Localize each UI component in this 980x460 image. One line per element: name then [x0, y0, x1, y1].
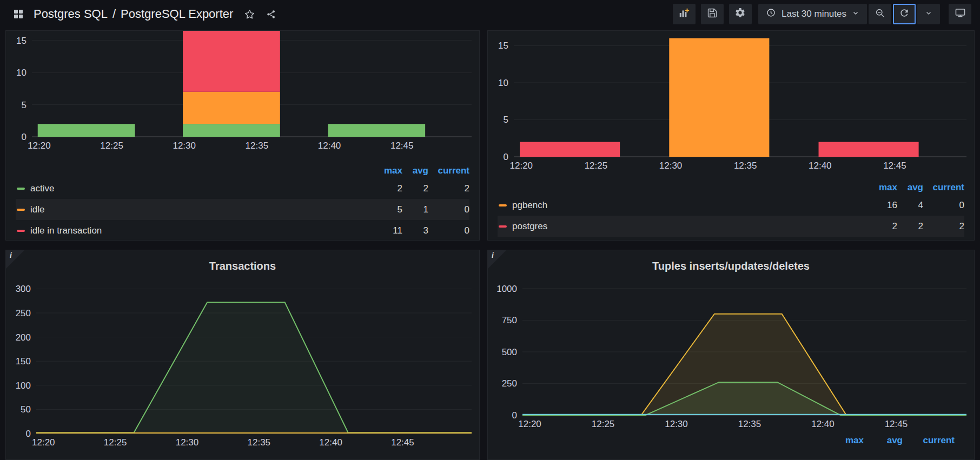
info-icon: i	[492, 251, 494, 259]
y-tick-label: 0	[26, 429, 31, 439]
x-tick-label: 12:45	[391, 437, 414, 448]
legend-series-label[interactable]: pgbench	[498, 200, 863, 211]
x-tick-label: 12:25	[585, 161, 608, 171]
zoom-out-button[interactable]	[869, 4, 891, 24]
time-range-label: Last 30 minutes	[782, 9, 846, 19]
share-icon[interactable]	[261, 4, 281, 24]
x-tick-label: 12:25	[100, 141, 123, 151]
panel-info-corner[interactable]: i	[6, 250, 24, 269]
legend-row: pgbench1640	[498, 195, 964, 216]
navbar-left: Postgres SQL / PostgreSQL Exporter	[9, 4, 281, 24]
x-tick-label: 12:45	[885, 419, 908, 429]
legend-row: postgres222	[498, 216, 964, 237]
bar-segment[interactable]	[183, 31, 280, 92]
breadcrumb-folder[interactable]: Postgres SQL	[34, 7, 108, 21]
bar-segment[interactable]	[183, 92, 280, 124]
save-icon	[707, 8, 718, 21]
panel-header: Tuples inserts/updates/deletes	[488, 250, 974, 282]
y-tick-label: 50	[21, 404, 31, 415]
x-tick-label: 12:35	[734, 161, 757, 171]
legend-value: 11	[368, 225, 402, 236]
x-tick-label: 12:30	[665, 419, 688, 429]
panel-title[interactable]: Transactions	[209, 260, 276, 272]
bar-segment[interactable]	[38, 124, 135, 137]
bar-segment[interactable]	[520, 142, 620, 157]
dashboards-grid-icon[interactable]	[9, 4, 28, 24]
legend-series-label[interactable]: postgres	[498, 221, 863, 232]
legend-value: 2	[368, 183, 402, 194]
stacked-bar-chart[interactable]: 05101512:2012:2512:3012:3512:4012:45	[6, 31, 479, 152]
y-tick-label: 0	[22, 132, 27, 142]
dashboard-settings-button[interactable]	[729, 4, 752, 24]
y-tick-label: 300	[16, 284, 31, 294]
legend-col-avg[interactable]: avg	[402, 165, 428, 176]
legend-col-max[interactable]: max	[368, 165, 402, 176]
y-tick-label: 500	[502, 347, 517, 357]
bar-segment[interactable]	[819, 142, 919, 157]
legend-series-label[interactable]: idle in transaction	[16, 225, 368, 236]
add-panel-button[interactable]	[673, 4, 696, 24]
line-chart[interactable]: 05010015020025030012:2012:2512:3012:3512…	[6, 282, 479, 449]
legend-col-current[interactable]: current	[428, 165, 469, 176]
line-chart[interactable]: 0250500750100012:2012:2512:3012:3512:401…	[488, 282, 974, 430]
refresh-icon	[899, 8, 910, 21]
legend-value: 5	[368, 204, 402, 215]
panel-info-corner[interactable]: i	[488, 250, 506, 269]
legend-swatch-icon	[17, 209, 25, 211]
panel-title[interactable]: Tuples inserts/updates/deletes	[652, 260, 810, 272]
legend-table: maxavgcurrentactive222idle510idle in tra…	[6, 164, 479, 241]
x-tick-label: 12:30	[173, 141, 196, 151]
legend-row: active222	[16, 178, 469, 199]
bar-chart[interactable]: 05101512:2012:2512:3012:3512:4012:45	[488, 31, 974, 172]
clock-icon	[766, 8, 776, 21]
legend-series-label[interactable]: idle	[16, 204, 368, 215]
y-tick-label: 0	[512, 410, 517, 421]
x-tick-label: 12:45	[883, 161, 906, 171]
legend-col-avg[interactable]: avg	[897, 182, 923, 193]
refresh-button[interactable]	[893, 4, 916, 24]
y-tick-label: 150	[16, 356, 31, 366]
time-controls-group: Last 30 minutes	[758, 4, 940, 24]
legend-col-current[interactable]: current	[903, 435, 955, 446]
breadcrumb-dashboard[interactable]: PostgreSQL Exporter	[121, 7, 233, 21]
star-icon[interactable]	[240, 4, 259, 24]
legend-header-row: maxavgcurrent	[16, 164, 469, 178]
y-tick-label: 5	[22, 100, 27, 110]
legend-col-avg[interactable]: avg	[864, 435, 903, 446]
chevron-down-icon	[852, 9, 859, 19]
y-tick-label: 15	[16, 36, 27, 46]
y-tick-label: 250	[502, 378, 517, 389]
refresh-interval-dropdown[interactable]	[917, 4, 940, 24]
grafana-dashboard: Postgres SQL / PostgreSQL Exporter	[0, 0, 980, 460]
panel-transactions: i Transactions 05010015020025030012:2012…	[5, 250, 480, 460]
x-tick-label: 12:40	[318, 141, 341, 151]
y-tick-label: 0	[504, 152, 508, 162]
x-tick-label: 12:30	[176, 437, 199, 448]
cycle-view-mode-button[interactable]	[949, 4, 971, 24]
bar-segment[interactable]	[669, 38, 769, 157]
time-range-picker[interactable]: Last 30 minutes	[758, 4, 867, 24]
bar-segment[interactable]	[183, 124, 280, 137]
x-tick-label: 12:30	[659, 161, 683, 171]
navbar: Postgres SQL / PostgreSQL Exporter	[0, 0, 980, 28]
settings-icon	[734, 7, 746, 21]
x-tick-label: 12:40	[809, 161, 832, 171]
series-area	[522, 382, 966, 415]
y-tick-label: 1000	[496, 284, 517, 294]
dashboard-breadcrumb[interactable]: Postgres SQL / PostgreSQL Exporter	[34, 7, 233, 21]
legend-row: idle510	[16, 199, 469, 220]
legend-row: idle in transaction1130	[16, 220, 469, 241]
y-tick-label: 200	[16, 332, 31, 343]
legend-col-current[interactable]: current	[923, 182, 964, 193]
y-tick-label: 10	[498, 78, 508, 88]
x-tick-label: 12:40	[811, 419, 835, 429]
legend-series-label[interactable]: active	[16, 183, 368, 194]
save-dashboard-button[interactable]	[701, 4, 724, 24]
legend-col-max[interactable]: max	[818, 435, 864, 446]
series-area	[36, 302, 472, 434]
legend-value: 2	[428, 183, 469, 194]
legend-col-max[interactable]: max	[863, 182, 897, 193]
legend-swatch-icon	[499, 204, 507, 206]
bar-segment[interactable]	[328, 124, 425, 137]
x-tick-label: 12:20	[28, 141, 51, 151]
